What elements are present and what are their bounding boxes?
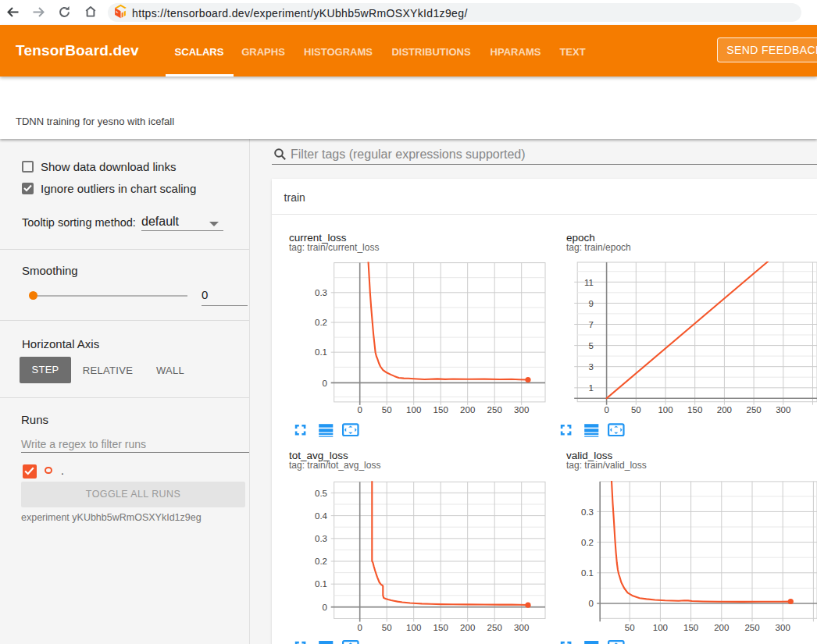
svg-text:0.4: 0.4 — [315, 511, 328, 521]
svg-text:50: 50 — [382, 405, 392, 415]
svg-text:9: 9 — [589, 299, 594, 308]
svg-text:200: 200 — [460, 623, 475, 632]
svg-text:300: 300 — [514, 623, 529, 632]
svg-text:3: 3 — [589, 362, 594, 372]
svg-text:0: 0 — [357, 623, 362, 632]
svg-text:11: 11 — [584, 278, 594, 287]
svg-text:300: 300 — [514, 405, 529, 415]
svg-text:0: 0 — [589, 599, 594, 608]
svg-text:50: 50 — [625, 623, 635, 632]
svg-text:0.3: 0.3 — [315, 288, 327, 297]
svg-text:150: 150 — [683, 623, 698, 632]
svg-text:tag: train/tot_avg_loss: tag: train/tot_avg_loss — [289, 460, 380, 471]
svg-text:7: 7 — [589, 320, 594, 329]
svg-text:250: 250 — [487, 623, 502, 632]
svg-text:0.2: 0.2 — [581, 538, 594, 547]
svg-text:250: 250 — [487, 405, 502, 415]
svg-text:1: 1 — [589, 383, 594, 393]
svg-text:tag: train/valid_loss: tag: train/valid_loss — [566, 460, 647, 471]
svg-text:0.1: 0.1 — [315, 347, 327, 357]
svg-text:0: 0 — [323, 379, 327, 388]
svg-text:0.2: 0.2 — [315, 557, 327, 566]
svg-text:200: 200 — [460, 405, 475, 415]
svg-text:50: 50 — [382, 623, 392, 632]
svg-text:200: 200 — [714, 623, 729, 632]
svg-text:100: 100 — [658, 405, 673, 415]
svg-text:0.3: 0.3 — [581, 507, 594, 517]
svg-text:150: 150 — [433, 623, 448, 632]
svg-text:tag: train/epoch: tag: train/epoch — [566, 242, 631, 253]
svg-text:0.1: 0.1 — [315, 579, 327, 589]
svg-text:5: 5 — [589, 341, 594, 350]
svg-text:0.5: 0.5 — [315, 489, 327, 498]
svg-text:150: 150 — [687, 405, 702, 415]
svg-text:250: 250 — [747, 405, 762, 415]
svg-text:250: 250 — [744, 623, 759, 632]
svg-text:200: 200 — [717, 405, 732, 415]
svg-text:tag: train/current_loss: tag: train/current_loss — [289, 242, 379, 253]
svg-text:0.1: 0.1 — [581, 568, 594, 578]
svg-text:300: 300 — [776, 405, 790, 415]
svg-text:0: 0 — [604, 405, 608, 415]
svg-text:0.3: 0.3 — [315, 534, 327, 543]
svg-text:300: 300 — [776, 623, 790, 632]
svg-text:100: 100 — [406, 623, 421, 632]
svg-text:100: 100 — [653, 623, 668, 632]
svg-text:0: 0 — [323, 603, 327, 612]
svg-text:50: 50 — [631, 405, 641, 415]
svg-text:150: 150 — [433, 405, 448, 415]
svg-text:0.2: 0.2 — [315, 318, 327, 327]
svg-text:100: 100 — [406, 405, 421, 415]
svg-text:0: 0 — [357, 405, 362, 415]
